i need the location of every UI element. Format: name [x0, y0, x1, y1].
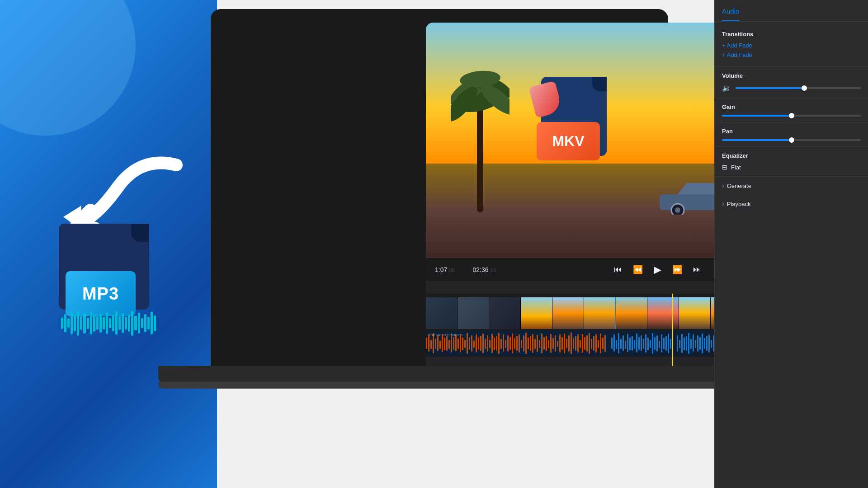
svg-rect-83	[568, 335, 570, 352]
svg-rect-49	[491, 334, 493, 353]
thumbnail-8[interactable]	[647, 297, 679, 329]
thumbnail-1[interactable]	[426, 297, 458, 329]
svg-rect-65	[528, 338, 529, 349]
panel-tab-bar: Audio	[715, 0, 868, 22]
svg-rect-68	[534, 339, 536, 349]
wave-bar	[61, 318, 63, 329]
svg-rect-131	[686, 336, 687, 351]
svg-rect-40	[471, 335, 472, 352]
svg-rect-79	[559, 334, 561, 352]
thumbnail-9[interactable]	[679, 297, 711, 329]
svg-rect-99	[604, 335, 606, 352]
svg-rect-102	[616, 340, 617, 349]
svg-rect-56	[507, 335, 509, 352]
svg-rect-125	[668, 333, 669, 353]
skip-back-button[interactable]: ⏮	[612, 265, 624, 274]
svg-rect-63	[523, 335, 524, 352]
svg-rect-94	[593, 336, 594, 351]
svg-rect-96	[598, 340, 599, 348]
pan-slider[interactable]	[722, 139, 861, 141]
svg-rect-121	[659, 341, 660, 348]
wave-bar	[74, 315, 76, 331]
svg-rect-136	[697, 335, 698, 352]
skip-forward-button[interactable]: ⏭	[691, 265, 703, 274]
svg-rect-105	[623, 335, 624, 351]
gain-slider-thumb[interactable]	[789, 113, 794, 118]
svg-rect-24	[435, 339, 436, 349]
wave-bar	[118, 316, 121, 330]
generate-collapse[interactable]: › Generate	[715, 177, 868, 195]
svg-rect-76	[552, 338, 554, 349]
promo-area: MP3	[0, 0, 217, 488]
tab-audio[interactable]: Audio	[722, 7, 739, 21]
thumbnail-4[interactable]	[521, 297, 552, 329]
mkv-label: MKV	[552, 133, 584, 150]
svg-rect-98	[602, 338, 604, 349]
svg-rect-71	[541, 333, 542, 353]
svg-rect-90	[584, 337, 585, 350]
total-time-display: 02:3613	[473, 266, 496, 273]
play-button[interactable]: ▶	[652, 264, 663, 276]
svg-rect-118	[652, 333, 653, 354]
gain-title: Gain	[722, 103, 861, 110]
equalizer-bars-icon: ⊟	[722, 164, 727, 171]
svg-rect-85	[573, 338, 574, 349]
svg-rect-44	[480, 336, 481, 351]
thumbnail-2[interactable]	[458, 297, 489, 329]
svg-rect-66	[530, 336, 531, 351]
svg-rect-140	[706, 336, 708, 351]
svg-rect-60	[516, 336, 518, 351]
playback-collapse[interactable]: › Playback	[715, 195, 868, 213]
svg-rect-82	[566, 339, 567, 348]
thumbnail-6[interactable]	[584, 297, 616, 329]
svg-rect-89	[582, 334, 583, 353]
svg-rect-107	[627, 334, 628, 352]
svg-rect-97	[600, 333, 601, 353]
laptop-base	[158, 366, 719, 384]
svg-rect-22	[430, 340, 432, 349]
svg-rect-55	[505, 340, 506, 348]
svg-rect-112	[638, 337, 640, 350]
svg-rect-69	[537, 335, 538, 352]
wave-bar	[83, 313, 85, 333]
volume-slider[interactable]	[736, 87, 861, 89]
volume-icon: 🔉	[722, 84, 731, 92]
wave-bar	[122, 313, 124, 333]
svg-rect-108	[629, 338, 631, 350]
svg-rect-91	[586, 335, 588, 352]
wave-bar	[64, 314, 66, 332]
volume-slider-thumb[interactable]	[802, 85, 807, 91]
wave-bar	[154, 315, 156, 331]
svg-rect-57	[509, 337, 511, 350]
laptop-base-foot	[158, 382, 719, 389]
volume-slider-fill	[736, 87, 804, 89]
svg-rect-127	[677, 335, 678, 352]
wave-bar	[138, 313, 140, 333]
thumbnail-5[interactable]	[552, 297, 584, 329]
volume-title: Volume	[722, 72, 861, 79]
pan-slider-fill	[722, 139, 792, 141]
wave-bar	[106, 312, 108, 334]
pan-slider-thumb[interactable]	[789, 137, 794, 143]
svg-rect-30	[448, 340, 450, 349]
wave-bar	[77, 311, 79, 336]
gain-slider-fill	[722, 115, 792, 117]
svg-rect-47	[487, 335, 488, 352]
svg-rect-73	[546, 336, 547, 351]
svg-rect-120	[656, 335, 658, 352]
gain-slider[interactable]	[722, 115, 861, 117]
generate-label: Generate	[727, 183, 751, 189]
mkv-badge: MKV	[537, 122, 600, 160]
rewind-button[interactable]: ⏪	[631, 265, 645, 275]
thumbnail-7-selected[interactable]	[616, 297, 647, 329]
laptop-bezel: MKV 1:0709 02:3613 ⏮ ⏪ ▶ ⏩ ⏭	[211, 9, 668, 380]
mp3-label: MP3	[82, 284, 119, 304]
add-fade-in-button[interactable]: + Add Fade	[722, 42, 861, 49]
wave-bar	[99, 314, 102, 333]
add-fade-out-button[interactable]: + Add Fade	[722, 52, 861, 58]
wave-bar	[93, 314, 95, 332]
fast-forward-button[interactable]: ⏩	[670, 265, 684, 275]
svg-point-18	[675, 207, 680, 213]
thumbnail-3[interactable]	[489, 297, 521, 329]
wave-bar	[125, 317, 127, 329]
